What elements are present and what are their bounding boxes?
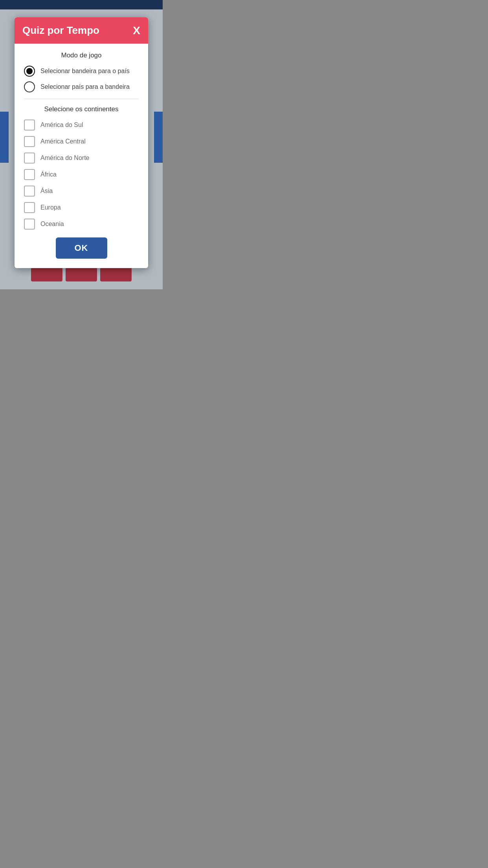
- checkbox-africa[interactable]: África: [24, 169, 139, 180]
- modal-dialog: Quiz por Tempo X Modo de jogo Selecionar…: [15, 17, 148, 268]
- checkbox-label-america-norte: América do Norte: [40, 154, 90, 162]
- radio-label-flag-for-country: Selecionar bandeira para o país: [40, 68, 130, 75]
- continents-section-title: Selecione os continentes: [24, 105, 139, 113]
- modal-overlay: Quiz por Tempo X Modo de jogo Selecionar…: [0, 9, 163, 289]
- checkbox-box-america-sul: [24, 120, 35, 131]
- checkbox-label-africa: África: [40, 171, 57, 178]
- modal-body: Modo de jogo Selecionar bandeira para o …: [15, 44, 148, 268]
- checkbox-box-asia: [24, 186, 35, 197]
- checkbox-box-europa: [24, 202, 35, 213]
- radio-circle-flag-for-country: [24, 66, 35, 77]
- game-mode-section-title: Modo de jogo: [24, 51, 139, 59]
- radio-item-country-for-flag[interactable]: Selecionar país para a bandeira: [24, 81, 139, 92]
- checkbox-label-america-central: América Central: [40, 138, 86, 145]
- checkbox-box-america-norte: [24, 153, 35, 164]
- close-button[interactable]: X: [133, 25, 140, 36]
- radio-label-country-for-flag: Selecionar país para a bandeira: [40, 83, 130, 90]
- status-bar: [0, 0, 163, 9]
- divider: [24, 99, 139, 99]
- checkbox-box-america-central: [24, 136, 35, 147]
- checkbox-america-norte[interactable]: América do Norte: [24, 153, 139, 164]
- checkbox-asia[interactable]: Ásia: [24, 186, 139, 197]
- checkbox-box-africa: [24, 169, 35, 180]
- checkbox-label-america-sul: América do Sul: [40, 121, 83, 129]
- checkbox-label-oceania: Oceania: [40, 221, 64, 228]
- checkbox-america-central[interactable]: América Central: [24, 136, 139, 147]
- checkbox-oceania[interactable]: Oceania: [24, 219, 139, 230]
- checkbox-label-europa: Europa: [40, 204, 61, 211]
- radio-circle-country-for-flag: [24, 81, 35, 92]
- checkbox-america-sul[interactable]: América do Sul: [24, 120, 139, 131]
- radio-group: Selecionar bandeira para o país Selecion…: [24, 66, 139, 92]
- checkbox-label-asia: Ásia: [40, 188, 53, 195]
- modal-title: Quiz por Tempo: [22, 24, 99, 37]
- ok-button-wrapper: OK: [24, 237, 139, 259]
- checkbox-box-oceania: [24, 219, 35, 230]
- checkbox-group: América do Sul América Central América d…: [24, 120, 139, 230]
- radio-item-flag-for-country[interactable]: Selecionar bandeira para o país: [24, 66, 139, 77]
- ok-button[interactable]: OK: [56, 237, 107, 259]
- checkbox-europa[interactable]: Europa: [24, 202, 139, 213]
- modal-header: Quiz por Tempo X: [15, 17, 148, 44]
